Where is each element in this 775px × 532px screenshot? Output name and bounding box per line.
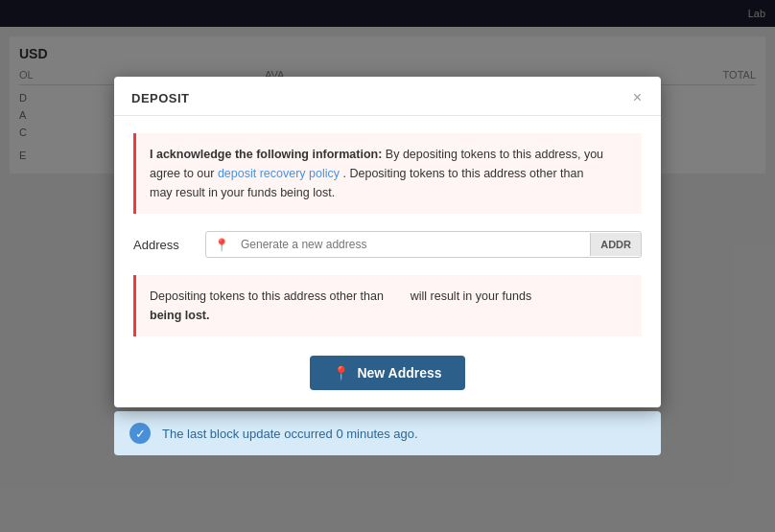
address-label: Address [133, 238, 196, 252]
info-blank [587, 167, 607, 180]
warning-box: Depositing tokens to this address other … [133, 275, 642, 336]
status-text: The last block update occurred 0 minutes… [162, 427, 418, 441]
addr-badge: ADDR [590, 233, 641, 256]
deposit-modal: DEPOSIT × I acknowledge the following in… [114, 77, 661, 407]
address-input-wrap: 📍 ADDR [205, 231, 642, 258]
new-address-pin-icon: 📍 [333, 365, 349, 381]
modal-overlay: DEPOSIT × I acknowledge the following in… [0, 0, 775, 532]
recovery-policy-link[interactable]: deposit recovery policy [218, 167, 340, 180]
new-address-button[interactable]: 📍 New Address [310, 356, 464, 390]
address-input[interactable] [237, 232, 590, 257]
warning-text: Depositing tokens to this address other … [150, 289, 384, 303]
status-bar: ✓ The last block update occurred 0 minut… [114, 411, 661, 455]
warning-suffix: will result in your funds [411, 289, 531, 303]
info-box: I acknowledge the following information:… [133, 133, 642, 214]
address-row: Address 📍 ADDR [133, 231, 642, 258]
pin-icon: 📍 [206, 238, 237, 252]
new-address-label: New Address [357, 365, 441, 381]
modal-title: DEPOSIT [131, 91, 190, 105]
close-button[interactable]: × [631, 90, 644, 105]
info-after-link: . Depositing tokens to this address othe… [343, 167, 584, 180]
info-bold: I acknowledge the following information: [150, 148, 382, 161]
check-mark: ✓ [135, 427, 146, 441]
modal-header: DEPOSIT × [114, 77, 661, 116]
warning-blank [387, 289, 407, 303]
status-check-icon: ✓ [129, 423, 151, 444]
warning-line2: being lost. [150, 309, 210, 322]
info-after-blank: may result in your funds being lost. [150, 186, 335, 199]
modal-body: I acknowledge the following information:… [114, 116, 661, 407]
